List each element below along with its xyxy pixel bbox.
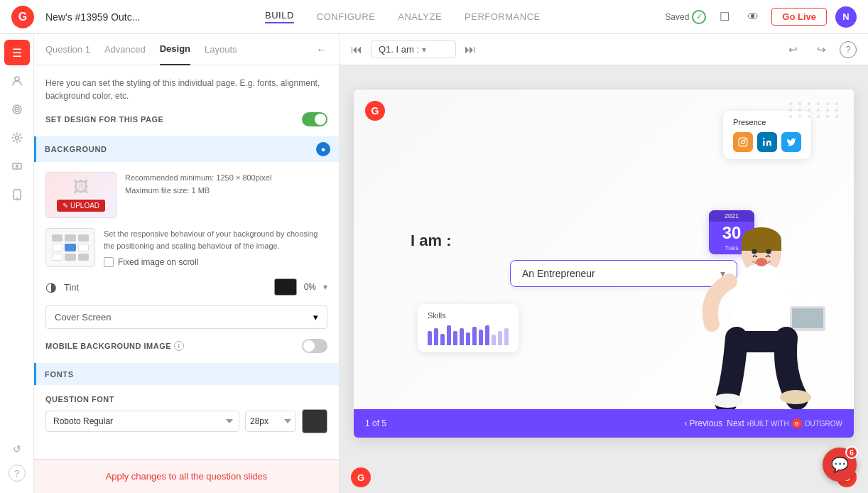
tab-question1[interactable]: Question 1	[45, 34, 90, 65]
panel-back-arrow[interactable]: ←	[316, 43, 327, 56]
survey-inner: G Presence	[354, 90, 854, 409]
chat-widget[interactable]: 💬 6	[823, 448, 857, 482]
mobile-bg-info-icon[interactable]: i	[174, 341, 184, 351]
apply-changes-text: Apply changes to all the question slides	[106, 471, 268, 482]
tint-chevron-icon[interactable]: ▾	[323, 282, 327, 292]
svg-point-3	[16, 109, 18, 110]
svg-point-4	[15, 136, 18, 140]
skill-bar	[447, 325, 451, 345]
mobile-bg-label: MOBILE BACKGROUND IMAGE i	[45, 341, 184, 351]
background-section-header: BACKGROUND ●	[34, 136, 339, 162]
saved-status: Saved ✓	[665, 10, 706, 24]
footer-progress: 1 of 5	[365, 418, 386, 428]
svg-point-10	[744, 139, 746, 141]
fixed-scroll-label: Fixed image on scroll	[118, 256, 198, 269]
background-toggle[interactable]: ●	[316, 142, 330, 156]
tint-color-swatch[interactable]	[274, 278, 297, 296]
go-live-button[interactable]: Go Live	[771, 8, 827, 26]
svg-rect-20	[733, 331, 790, 352]
toggle-btn[interactable]: ☐	[715, 7, 734, 27]
upload-label: UPLOAD	[70, 202, 99, 210]
toolbar-next-btn[interactable]: ⏭	[465, 43, 476, 56]
mobile-bg-row: MOBILE BACKGROUND IMAGE i	[45, 339, 327, 353]
fixed-scroll-checkbox[interactable]	[104, 257, 114, 267]
upload-thumbnail: 🖼 ✎UPLOAD	[45, 172, 116, 218]
skills-bars	[428, 324, 509, 345]
svg-point-7	[16, 197, 18, 199]
sidebar-dollar-icon[interactable]	[4, 153, 30, 179]
skill-bar	[479, 330, 483, 345]
toolbar-prev-btn[interactable]: ⏮	[351, 43, 362, 56]
presence-title: Presence	[733, 118, 801, 126]
svg-point-23	[756, 258, 767, 266]
user-avatar: N	[835, 6, 857, 28]
upload-button[interactable]: ✎UPLOAD	[57, 200, 105, 212]
svg-point-18	[712, 394, 743, 408]
bg-desc: Set the responsive behaviour of your bac…	[104, 228, 327, 269]
nav-performance[interactable]: PERFORMANCE	[465, 11, 541, 22]
set-design-toggle[interactable]	[302, 112, 327, 126]
survey-logo-icon: G	[365, 101, 385, 121]
footer-nav: ‹ Previous Next ›	[685, 418, 749, 428]
sidebar-settings-icon[interactable]	[4, 125, 30, 151]
canvas-toolbar: ⏮ Q1. I am : ▾ ⏭ ↩ ↪ ?	[340, 34, 868, 65]
top-nav: G New's #13959 Outc... BUILD CONFIGURE A…	[0, 0, 868, 34]
sidebar-user-icon[interactable]	[4, 68, 30, 94]
fixed-scroll-row: Fixed image on scroll	[104, 256, 327, 269]
cover-screen-row[interactable]: Cover Screen ▾	[45, 305, 327, 329]
font-size-select[interactable]: 28px	[245, 411, 296, 432]
tint-row: ◑ Tint 0% ▾	[45, 278, 327, 296]
apply-changes-bar[interactable]: Apply changes to all the question slides	[34, 459, 339, 493]
sidebar-refresh-icon[interactable]: ↺	[4, 436, 30, 462]
answer-text: An Entrepreneur	[522, 268, 595, 279]
bg-grid-preview[interactable]	[45, 228, 95, 267]
sidebar-target-icon[interactable]	[4, 97, 30, 122]
skill-bar	[453, 331, 457, 345]
design-panel: Question 1 Advanced Design Layouts ← Her…	[34, 34, 340, 493]
tab-advanced[interactable]: Advanced	[104, 34, 146, 65]
saved-label: Saved	[665, 12, 689, 22]
svg-rect-14	[742, 240, 781, 251]
canvas-frame: G Presence	[340, 65, 868, 462]
nav-right: Saved ✓ ☐ 👁 Go Live N	[665, 6, 857, 28]
sidebar-help-icon[interactable]: ?	[9, 465, 26, 482]
survey-preview: G Presence	[354, 90, 854, 438]
skill-bar	[492, 335, 496, 345]
question-font-label: QUESTION FONT	[45, 395, 327, 403]
sidebar-survey-icon[interactable]: ☰	[4, 40, 30, 65]
panel-tabs: Question 1 Advanced Design Layouts ←	[34, 34, 339, 65]
question-dropdown[interactable]: Q1. I am : ▾	[371, 40, 456, 58]
presence-card: Presence	[723, 111, 811, 159]
skill-bar	[428, 331, 432, 345]
sidebar-mobile-icon[interactable]	[4, 182, 30, 207]
upload-hint: Recommended minimum: 1250 × 800pixel Max…	[125, 172, 271, 197]
nav-configure[interactable]: CONFIGURE	[317, 11, 376, 22]
footer-prev-button[interactable]: ‹ Previous	[685, 418, 723, 428]
instagram-icon	[733, 132, 753, 152]
footer-next-button[interactable]: Next ›	[727, 418, 749, 428]
font-row: Roboto Regular 28px	[45, 409, 327, 433]
mobile-bg-toggle[interactable]	[302, 339, 327, 353]
next-label: Next	[727, 418, 744, 428]
panel-description: Here you can set the styling of this ind…	[45, 77, 327, 102]
skill-bar	[498, 331, 502, 345]
redo-button[interactable]: ↪	[811, 40, 831, 60]
nav-center: BUILD CONFIGURE ANALYZE PERFORMANCE	[151, 10, 653, 23]
dropdown-chevron-icon: ▾	[422, 45, 426, 55]
bottom-logos: G G	[340, 462, 868, 493]
skill-bar	[472, 327, 477, 345]
linkedin-icon	[757, 132, 777, 152]
survey-question: I am :	[411, 232, 451, 250]
nav-build[interactable]: BUILD	[265, 10, 294, 23]
bottom-logo-left: G	[351, 467, 371, 487]
preview-btn[interactable]: 👁	[743, 7, 763, 27]
font-family-select[interactable]: Roboto Regular	[45, 411, 239, 432]
nav-analyze[interactable]: ANALYZE	[398, 11, 442, 22]
canvas-help-button[interactable]: ?	[840, 41, 857, 58]
twitter-icon	[781, 132, 801, 152]
tab-layouts[interactable]: Layouts	[205, 34, 237, 65]
survey-footer: 1 of 5 ‹ Previous Next › BUILT WITH	[354, 409, 854, 438]
tab-design[interactable]: Design	[160, 34, 190, 65]
undo-button[interactable]: ↩	[783, 40, 803, 60]
font-color-swatch[interactable]	[302, 409, 327, 433]
